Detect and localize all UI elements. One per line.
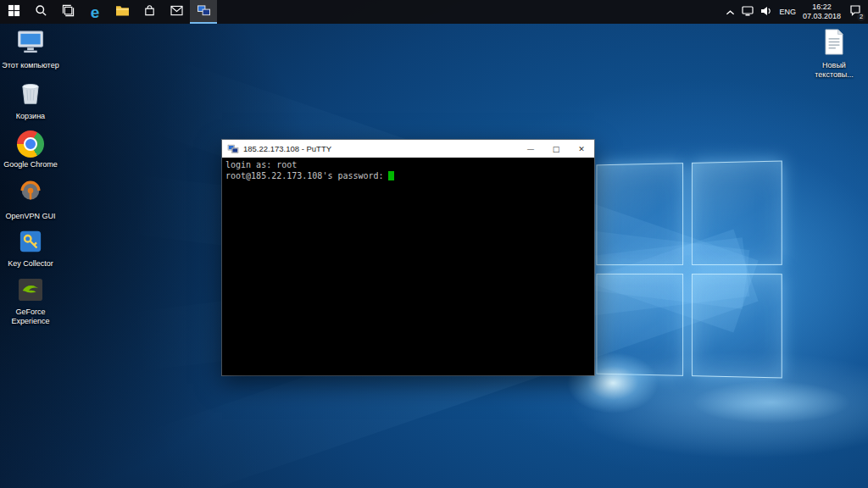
desktop-icon-new-text-document[interactable]: Новый текстовы... xyxy=(804,29,865,80)
search-button[interactable] xyxy=(27,0,54,24)
desktop-icon-label: GeForce Experience xyxy=(1,308,60,326)
clock-date: 07.03.2018 xyxy=(803,12,841,21)
recycle-bin-icon xyxy=(19,80,42,109)
desktop-icon-label: Key Collector xyxy=(8,259,53,269)
desktop-icon-recycle-bin[interactable]: Корзина xyxy=(0,80,61,121)
language-indicator[interactable]: ENG xyxy=(779,8,796,16)
clock[interactable]: 16:22 07.03.2018 xyxy=(803,3,841,22)
desktop-icon-geforce-experience[interactable]: GeForce Experience xyxy=(0,278,61,326)
windows-logo-pane xyxy=(692,274,782,378)
light-flare xyxy=(661,373,868,432)
geforce-experience-icon xyxy=(18,278,43,305)
edge-button[interactable]: e xyxy=(81,0,108,24)
start-button[interactable] xyxy=(0,0,27,24)
openvpn-icon xyxy=(17,179,44,209)
network-icon[interactable] xyxy=(742,4,754,19)
minimize-button[interactable]: — xyxy=(518,140,543,158)
desktop-icon-label: Корзина xyxy=(16,112,45,121)
desktop-icon-label: Google Chrome xyxy=(3,160,58,169)
windows-logo-pane xyxy=(692,161,782,265)
maximize-button[interactable]: □ xyxy=(543,140,569,158)
putty-icon xyxy=(197,4,211,19)
putty-taskbar-button[interactable] xyxy=(190,0,217,24)
desktop-icon-openvpn[interactable]: OpenVPN GUI xyxy=(0,179,61,221)
putty-window-icon xyxy=(227,144,239,154)
putty-terminal[interactable]: login as: root root@185.22.173.108's pas… xyxy=(222,158,594,375)
search-icon xyxy=(35,4,47,19)
key-collector-icon xyxy=(19,230,42,257)
edge-icon: e xyxy=(91,4,100,20)
store-button[interactable] xyxy=(136,0,163,24)
show-hidden-icons-chevron[interactable] xyxy=(726,4,735,19)
notification-badge: 2 xyxy=(857,13,865,21)
desktop-icon-this-pc[interactable]: Этот компьютер xyxy=(0,29,61,70)
store-bag-icon xyxy=(143,4,156,19)
desktop: e xyxy=(0,0,868,488)
desktop-icon-key-collector[interactable]: Key Collector xyxy=(0,230,61,269)
putty-window-title: 185.22.173.108 - PuTTY xyxy=(243,144,331,153)
folder-icon xyxy=(115,4,130,19)
volume-icon[interactable] xyxy=(760,4,772,19)
window-controls: — □ ✕ xyxy=(518,140,594,158)
task-view-icon xyxy=(62,4,75,19)
desktop-icon-label: Этот компьютер xyxy=(2,61,58,70)
mail-icon xyxy=(170,5,183,19)
desktop-icon-column-right: Новый текстовы... xyxy=(804,29,865,89)
windows-logo-pane xyxy=(596,163,683,265)
this-pc-icon xyxy=(15,29,46,58)
terminal-cursor xyxy=(388,171,394,180)
terminal-line-2: root@185.22.173.108's password: xyxy=(225,170,591,181)
file-explorer-button[interactable] xyxy=(108,0,136,24)
desktop-icon-label: OpenVPN GUI xyxy=(5,212,55,221)
mail-button[interactable] xyxy=(163,0,190,24)
windows-start-icon xyxy=(8,4,20,19)
desktop-icon-google-chrome[interactable]: Google Chrome xyxy=(0,130,61,169)
desktop-icon-label: Новый текстовы... xyxy=(804,61,864,80)
terminal-line-2-text: root@185.22.173.108's password: xyxy=(225,171,384,180)
clock-time: 16:22 xyxy=(803,3,841,12)
taskbar: e xyxy=(0,0,868,24)
chrome-icon xyxy=(17,130,44,158)
text-document-icon xyxy=(823,29,845,58)
desktop-icon-column-left: Этот компьютер Корзина Google Chrome Ope… xyxy=(0,29,61,336)
action-center-button[interactable]: 2 xyxy=(848,4,863,19)
system-tray: ENG 16:22 07.03.2018 2 xyxy=(726,0,868,24)
putty-window: 185.22.173.108 - PuTTY — □ ✕ login as: r… xyxy=(222,140,594,375)
task-view-button[interactable] xyxy=(54,0,81,24)
putty-titlebar[interactable]: 185.22.173.108 - PuTTY — □ ✕ xyxy=(222,140,594,158)
close-button[interactable]: ✕ xyxy=(569,140,594,158)
terminal-line-1: login as: root xyxy=(225,159,591,170)
